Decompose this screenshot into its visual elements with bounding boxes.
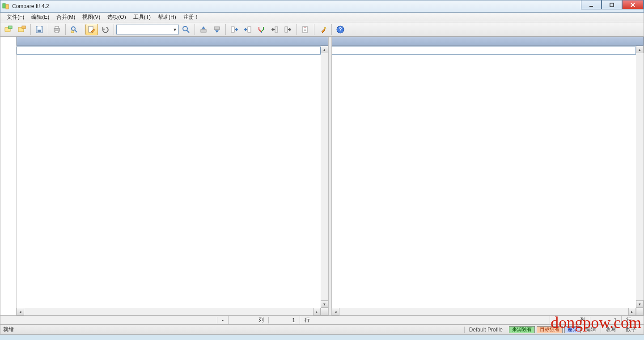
svg-line-21 (187, 30, 189, 33)
app-icon (2, 3, 9, 10)
menu-help[interactable]: 帮助(H) (154, 13, 180, 22)
menu-view[interactable]: 视图(V) (79, 13, 104, 22)
svg-rect-27 (285, 27, 288, 32)
left-pane: ◂ ▸ ▴ ▾ (17, 37, 328, 315)
right-h-scroll-right-icon[interactable]: ▸ (628, 308, 636, 315)
open-right-icon[interactable] (16, 24, 28, 35)
undo-icon[interactable] (99, 24, 111, 35)
report-icon[interactable] (299, 24, 312, 35)
search-icon[interactable] (180, 24, 192, 35)
maximize-button[interactable] (602, 0, 622, 9)
svg-rect-9 (22, 26, 25, 29)
svg-rect-24 (231, 27, 234, 32)
statusbar: 就绪 Default Profile 来源独有 目标独有 差异 编辑 改写 数字 (0, 325, 644, 335)
window-title: Compare It! 4.2 (12, 3, 642, 9)
left-row-label: 行 (305, 316, 310, 324)
right-col-label: 列 (580, 316, 585, 324)
help-icon[interactable]: ? (334, 24, 347, 35)
svg-rect-25 (248, 27, 251, 32)
find-icon[interactable] (68, 24, 80, 35)
copy-left-icon[interactable] (228, 24, 241, 35)
svg-rect-3 (610, 3, 614, 7)
menu-merge[interactable]: 合并(M) (53, 13, 79, 22)
svg-point-16 (72, 27, 75, 30)
left-pane-header[interactable] (17, 37, 328, 46)
merge-icon[interactable] (255, 24, 267, 35)
menubar: 文件(F) 编辑(E) 合并(M) 视图(V) 选项(O) 工具(T) 帮助(H… (0, 13, 644, 22)
left-v-scroll-down-icon[interactable]: ▾ (321, 300, 328, 308)
left-v-scroll-up-icon[interactable]: ▴ (321, 46, 328, 53)
left-col-label: 列 (258, 316, 264, 324)
svg-point-32 (324, 27, 326, 29)
legend-target-only: 目标独有 (537, 326, 563, 333)
left-gutter (0, 37, 17, 315)
merge-left-icon[interactable] (268, 24, 281, 35)
menu-options[interactable]: 选项(O) (104, 13, 129, 22)
position-bar: - 列 1 行 列 1 行 (0, 316, 644, 325)
left-editor[interactable] (17, 55, 321, 308)
right-v-scroll-down-icon[interactable]: ▾ (636, 300, 644, 308)
svg-rect-12 (38, 30, 41, 32)
menu-edit[interactable]: 编辑(E) (28, 13, 53, 22)
minimize-button[interactable] (581, 0, 602, 9)
svg-rect-11 (38, 26, 41, 29)
svg-rect-22 (201, 30, 206, 32)
left-path-input[interactable] (17, 47, 321, 55)
dropdown-arrow-icon[interactable]: ▾ (171, 26, 178, 33)
svg-rect-7 (8, 26, 12, 29)
svg-rect-1 (6, 4, 8, 9)
menu-file[interactable]: 文件(F) (3, 13, 28, 22)
right-v-scrollbar[interactable] (636, 53, 644, 300)
menu-register[interactable]: 注册！ (180, 13, 203, 22)
right-scroll-corner (636, 308, 644, 315)
svg-text:?: ? (339, 26, 342, 33)
prev-diff-icon[interactable] (197, 24, 210, 35)
close-button[interactable] (622, 0, 644, 9)
left-h-scrollbar[interactable] (24, 308, 313, 315)
open-left-icon[interactable] (2, 24, 15, 35)
compare-workspace: ◂ ▸ ▴ ▾ ◂ ▸ (0, 37, 644, 316)
legend-diff: 差异 (564, 326, 580, 333)
edit-mode-icon[interactable] (85, 24, 98, 35)
status-edited: 编辑 (580, 326, 601, 333)
merge-right-icon[interactable] (282, 24, 294, 35)
left-col-value: 1 (292, 317, 295, 323)
svg-point-20 (183, 26, 187, 31)
svg-rect-14 (55, 26, 59, 28)
svg-line-17 (75, 30, 77, 32)
search-combo[interactable]: ▾ (116, 25, 179, 34)
right-h-scrollbar[interactable] (339, 308, 628, 315)
svg-rect-23 (214, 27, 220, 30)
svg-rect-18 (71, 31, 74, 33)
status-overwrite: 改写 (601, 326, 621, 333)
titlebar: Compare It! 4.2 (0, 0, 644, 13)
right-editor[interactable] (332, 55, 636, 308)
svg-rect-26 (275, 27, 278, 32)
svg-rect-28 (303, 26, 307, 33)
right-col-value: 1 (614, 317, 617, 323)
window-controls (581, 0, 644, 9)
status-num: 数字 (621, 326, 641, 333)
options-icon[interactable] (317, 24, 329, 35)
svg-rect-0 (3, 4, 5, 8)
save-icon[interactable] (33, 24, 46, 35)
right-pane-header[interactable] (332, 37, 644, 46)
left-h-scroll-left-icon[interactable]: ◂ (17, 308, 24, 315)
left-scroll-corner (321, 308, 328, 315)
menu-tools[interactable]: 工具(T) (130, 13, 154, 22)
toolbar: ▾ ? (0, 22, 644, 37)
left-v-scrollbar[interactable] (321, 53, 328, 300)
right-h-scroll-left-icon[interactable]: ◂ (332, 308, 339, 315)
left-dash: - (217, 317, 228, 323)
next-diff-icon[interactable] (211, 24, 223, 35)
left-h-scroll-right-icon[interactable]: ▸ (313, 308, 321, 315)
pane-divider[interactable] (328, 37, 332, 315)
status-ready: 就绪 (3, 326, 14, 333)
legend-source-only: 来源独有 (509, 326, 535, 333)
copy-right-icon[interactable] (242, 24, 254, 35)
right-v-scroll-up-icon[interactable]: ▴ (636, 46, 644, 53)
print-icon[interactable] (51, 24, 63, 35)
right-path-input[interactable] (332, 47, 636, 55)
right-pane: ◂ ▸ ▴ ▾ (332, 37, 644, 315)
right-row-label: 行 (626, 316, 631, 324)
